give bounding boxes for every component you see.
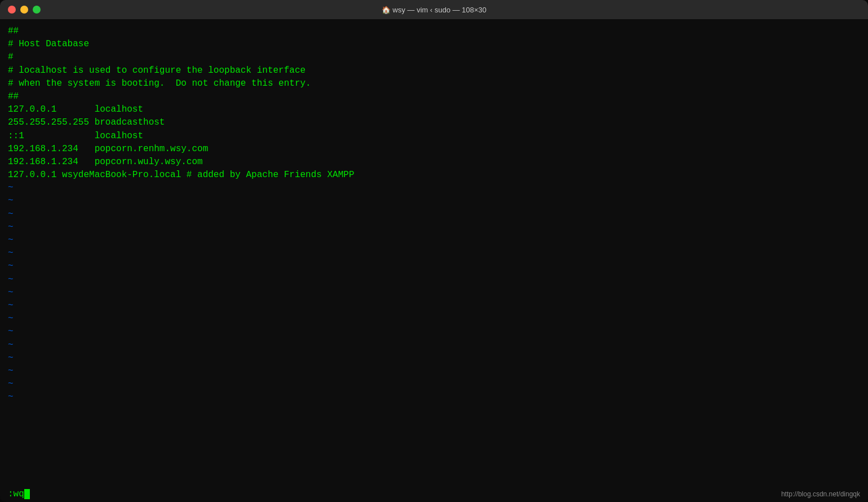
terminal-line: # Host Database [8,38,860,51]
terminal-line: ## [8,90,860,103]
terminal-line: # localhost is used to configure the loo… [8,64,860,77]
terminal-line: 127.0.0.1 localhost [8,103,860,116]
status-bar: :wq http://blog.csdn.net/dingqk [0,486,868,502]
terminal-line: ~ [8,208,860,221]
terminal-line: 127.0.0.1 wsydeMacBook-Pro.local # added… [8,169,860,182]
terminal-line: ~ [8,287,860,300]
terminal-line: ~ [8,195,860,208]
terminal-line: ~ [8,378,860,391]
terminal-line: 192.168.1.234 popcorn.renhm.wsy.com [8,143,860,156]
terminal-content[interactable]: ### Host Database## localhost is used to… [0,19,868,486]
terminal-line: ~ [8,312,860,325]
terminal-line: ~ [8,247,860,260]
minimize-button[interactable] [20,6,28,14]
terminal-line: ~ [8,339,860,352]
terminal-line: ## [8,25,860,38]
terminal-line: ~ [8,221,860,234]
terminal-window: 🏠 wsy — vim ‹ sudo — 108×30 ### Host Dat… [0,0,868,502]
terminal-line: ~ [8,260,860,273]
terminal-line: 255.255.255.255 broadcasthost [8,116,860,129]
terminal-line: ~ [8,234,860,247]
title-bar: 🏠 wsy — vim ‹ sudo — 108×30 [0,0,868,19]
terminal-line: ::1 localhost [8,130,860,143]
terminal-line: 192.168.1.234 popcorn.wuly.wsy.com [8,156,860,169]
traffic-lights [8,6,41,14]
terminal-line: ~ [8,300,860,312]
terminal-line: ~ [8,352,860,365]
title-bar-text: 🏠 wsy — vim ‹ sudo — 108×30 [382,6,486,14]
terminal-line: # when the system is booting. Do not cha… [8,77,860,90]
cursor [24,489,30,499]
terminal-line: ~ [8,182,860,195]
maximize-button[interactable] [33,6,41,14]
terminal-line: ~ [8,325,860,338]
command-line: :wq [8,489,30,499]
terminal-line: ~ [8,365,860,378]
close-button[interactable] [8,6,16,14]
terminal-line: ~ [8,274,860,287]
status-url: http://blog.csdn.net/dingqk [781,490,860,498]
terminal-line: ~ [8,391,860,404]
terminal-line: # [8,51,860,64]
command-text: :wq [8,489,24,499]
